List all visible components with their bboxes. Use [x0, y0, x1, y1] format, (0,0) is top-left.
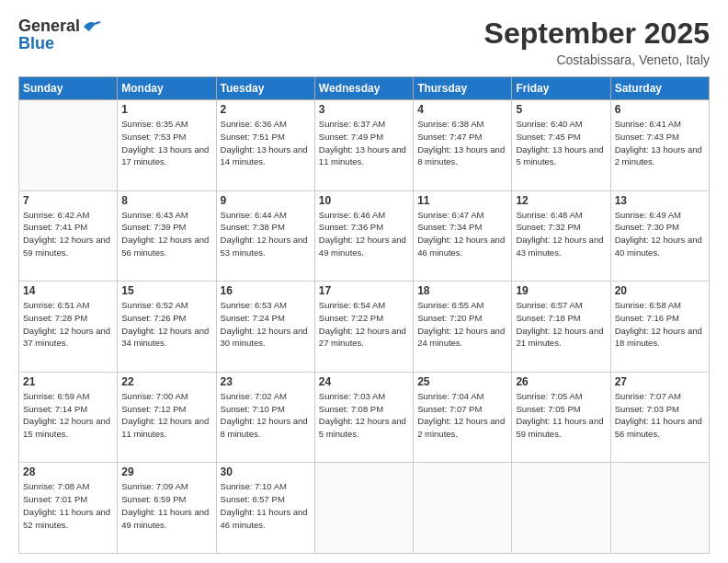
daylight-text: Daylight: 11 hours and 59 minutes.: [516, 416, 603, 439]
sunrise-text: Sunrise: 6:47 AM: [417, 210, 483, 220]
sunset-text: Sunset: 7:39 PM: [121, 222, 186, 232]
daylight-text: Daylight: 12 hours and 46 minutes.: [417, 235, 505, 258]
day-info: Sunrise: 7:04 AMSunset: 7:07 PMDaylight:…: [417, 390, 507, 441]
daylight-text: Daylight: 12 hours and 27 minutes.: [319, 326, 406, 349]
calendar-cell-0-4: 4Sunrise: 6:38 AMSunset: 7:47 PMDaylight…: [414, 100, 512, 191]
sunrise-text: Sunrise: 6:35 AM: [121, 119, 188, 129]
calendar-cell-0-1: 1Sunrise: 6:35 AMSunset: 7:53 PMDaylight…: [118, 100, 216, 191]
week-row-5: 28Sunrise: 7:08 AMSunset: 7:01 PMDayligh…: [19, 463, 710, 554]
daylight-text: Daylight: 12 hours and 40 minutes.: [615, 235, 702, 258]
sunset-text: Sunset: 6:57 PM: [221, 494, 285, 504]
sunrise-text: Sunrise: 6:41 AM: [615, 119, 681, 129]
day-info: Sunrise: 6:58 AMSunset: 7:16 PMDaylight:…: [615, 299, 705, 350]
day-info: Sunrise: 7:05 AMSunset: 7:05 PMDaylight:…: [516, 390, 606, 441]
logo: General Blue: [18, 17, 102, 53]
header-tuesday: Tuesday: [216, 77, 314, 100]
calendar-cell-3-3: 24Sunrise: 7:03 AMSunset: 7:08 PMDayligh…: [314, 372, 413, 463]
calendar-cell-2-0: 14Sunrise: 6:51 AMSunset: 7:28 PMDayligh…: [19, 282, 118, 373]
header: General Blue September 2025 Costabissara…: [18, 17, 710, 67]
day-number: 21: [23, 375, 113, 388]
calendar-cell-1-5: 12Sunrise: 6:48 AMSunset: 7:32 PMDayligh…: [512, 190, 610, 282]
day-info: Sunrise: 7:07 AMSunset: 7:03 PMDaylight:…: [615, 390, 705, 441]
calendar-cell-1-4: 11Sunrise: 6:47 AMSunset: 7:34 PMDayligh…: [414, 190, 512, 282]
calendar-cell-0-6: 6Sunrise: 6:41 AMSunset: 7:43 PMDaylight…: [610, 100, 709, 191]
sunrise-text: Sunrise: 6:48 AM: [516, 210, 582, 220]
daylight-text: Daylight: 12 hours and 53 minutes.: [221, 235, 308, 258]
sunrise-text: Sunrise: 6:43 AM: [121, 210, 188, 220]
day-info: Sunrise: 6:52 AMSunset: 7:26 PMDaylight:…: [121, 299, 211, 350]
daylight-text: Daylight: 12 hours and 34 minutes.: [121, 326, 209, 349]
day-number: 18: [417, 284, 507, 297]
weekday-header-row: Sunday Monday Tuesday Wednesday Thursday…: [19, 77, 710, 100]
day-info: Sunrise: 7:03 AMSunset: 7:08 PMDaylight:…: [319, 390, 409, 441]
sunset-text: Sunset: 7:10 PM: [221, 404, 285, 414]
day-number: 9: [221, 194, 311, 207]
daylight-text: Daylight: 12 hours and 37 minutes.: [23, 326, 110, 349]
calendar-cell-4-0: 28Sunrise: 7:08 AMSunset: 7:01 PMDayligh…: [19, 463, 118, 554]
calendar-cell-3-0: 21Sunrise: 6:59 AMSunset: 7:14 PMDayligh…: [19, 372, 118, 463]
calendar-cell-0-3: 3Sunrise: 6:37 AMSunset: 7:49 PMDaylight…: [314, 100, 413, 191]
day-number: 22: [121, 375, 211, 388]
page: General Blue September 2025 Costabissara…: [0, 0, 728, 563]
sunrise-text: Sunrise: 7:08 AM: [23, 481, 89, 491]
sunset-text: Sunset: 7:16 PM: [615, 313, 679, 323]
daylight-text: Daylight: 12 hours and 30 minutes.: [221, 326, 308, 349]
daylight-text: Daylight: 12 hours and 8 minutes.: [221, 416, 308, 439]
calendar-cell-1-3: 10Sunrise: 6:46 AMSunset: 7:36 PMDayligh…: [314, 190, 413, 282]
calendar-cell-1-6: 13Sunrise: 6:49 AMSunset: 7:30 PMDayligh…: [610, 190, 709, 282]
calendar-cell-3-1: 22Sunrise: 7:00 AMSunset: 7:12 PMDayligh…: [118, 372, 216, 463]
day-info: Sunrise: 6:53 AMSunset: 7:24 PMDaylight:…: [221, 299, 311, 350]
sunset-text: Sunset: 7:43 PM: [615, 132, 679, 142]
sunrise-text: Sunrise: 6:51 AM: [23, 300, 89, 310]
sunrise-text: Sunrise: 7:07 AM: [615, 391, 681, 401]
calendar-cell-3-4: 25Sunrise: 7:04 AMSunset: 7:07 PMDayligh…: [414, 372, 512, 463]
daylight-text: Daylight: 12 hours and 24 minutes.: [417, 326, 505, 349]
calendar-cell-4-3: [314, 463, 413, 554]
sunrise-text: Sunrise: 7:05 AM: [516, 391, 582, 401]
daylight-text: Daylight: 12 hours and 56 minutes.: [121, 235, 209, 258]
location-subtitle: Costabissara, Veneto, Italy: [484, 52, 710, 67]
daylight-text: Daylight: 12 hours and 5 minutes.: [319, 416, 406, 439]
day-number: 16: [221, 284, 311, 297]
sunrise-text: Sunrise: 6:52 AM: [121, 300, 188, 310]
day-info: Sunrise: 6:36 AMSunset: 7:51 PMDaylight:…: [221, 118, 311, 168]
sunset-text: Sunset: 7:18 PM: [516, 313, 580, 323]
sunrise-text: Sunrise: 6:57 AM: [516, 300, 582, 310]
day-number: 11: [417, 194, 507, 207]
day-info: Sunrise: 6:41 AMSunset: 7:43 PMDaylight:…: [615, 118, 705, 168]
calendar-cell-0-5: 5Sunrise: 6:40 AMSunset: 7:45 PMDaylight…: [512, 100, 610, 191]
sunset-text: Sunset: 7:20 PM: [417, 313, 482, 323]
day-info: Sunrise: 6:44 AMSunset: 7:38 PMDaylight:…: [221, 209, 311, 259]
week-row-3: 14Sunrise: 6:51 AMSunset: 7:28 PMDayligh…: [19, 282, 710, 373]
sunset-text: Sunset: 7:22 PM: [319, 313, 383, 323]
day-info: Sunrise: 6:38 AMSunset: 7:47 PMDaylight:…: [417, 118, 507, 168]
day-number: 14: [23, 284, 113, 297]
calendar-cell-2-1: 15Sunrise: 6:52 AMSunset: 7:26 PMDayligh…: [118, 282, 216, 373]
day-info: Sunrise: 6:48 AMSunset: 7:32 PMDaylight:…: [516, 209, 606, 259]
sunset-text: Sunset: 7:36 PM: [319, 222, 383, 232]
sunrise-text: Sunrise: 6:58 AM: [615, 300, 681, 310]
sunset-text: Sunset: 7:53 PM: [121, 132, 186, 142]
day-number: 29: [121, 465, 211, 478]
daylight-text: Daylight: 11 hours and 49 minutes.: [121, 507, 209, 530]
day-number: 24: [319, 375, 409, 388]
day-number: 20: [615, 284, 705, 297]
daylight-text: Daylight: 13 hours and 11 minutes.: [319, 144, 406, 167]
day-number: 25: [417, 375, 507, 388]
daylight-text: Daylight: 12 hours and 15 minutes.: [23, 416, 110, 439]
sunset-text: Sunset: 7:38 PM: [221, 222, 285, 232]
calendar-cell-1-1: 8Sunrise: 6:43 AMSunset: 7:39 PMDaylight…: [118, 190, 216, 282]
calendar-cell-2-6: 20Sunrise: 6:58 AMSunset: 7:16 PMDayligh…: [610, 282, 709, 373]
calendar-cell-2-2: 16Sunrise: 6:53 AMSunset: 7:24 PMDayligh…: [216, 282, 314, 373]
sunset-text: Sunset: 7:05 PM: [516, 404, 580, 414]
sunrise-text: Sunrise: 6:46 AM: [319, 210, 385, 220]
calendar-cell-2-5: 19Sunrise: 6:57 AMSunset: 7:18 PMDayligh…: [512, 282, 610, 373]
daylight-text: Daylight: 12 hours and 49 minutes.: [319, 235, 406, 258]
daylight-text: Daylight: 11 hours and 52 minutes.: [23, 507, 110, 530]
day-number: 2: [221, 103, 311, 116]
sunrise-text: Sunrise: 6:54 AM: [319, 300, 385, 310]
day-info: Sunrise: 6:37 AMSunset: 7:49 PMDaylight:…: [319, 118, 409, 168]
calendar-cell-3-5: 26Sunrise: 7:05 AMSunset: 7:05 PMDayligh…: [512, 372, 610, 463]
day-info: Sunrise: 6:43 AMSunset: 7:39 PMDaylight:…: [121, 209, 211, 259]
daylight-text: Daylight: 11 hours and 56 minutes.: [615, 416, 702, 439]
